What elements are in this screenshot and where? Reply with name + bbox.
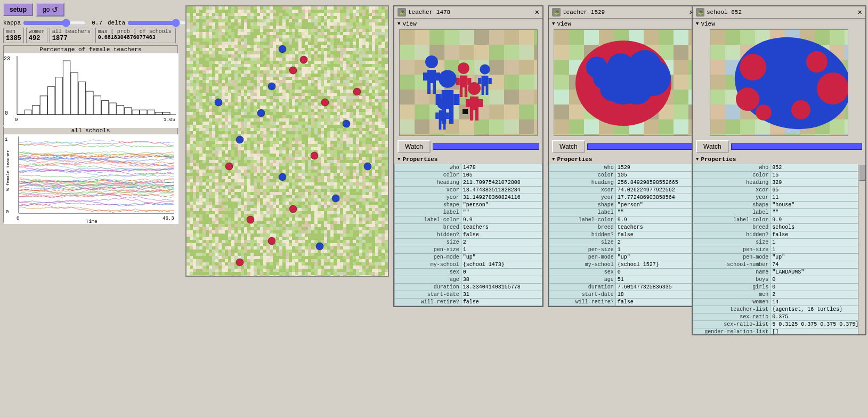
prop-value: 74 [770,261,865,269]
prop-value: [] [770,328,865,335]
inspector-1-view-label: View [402,21,416,27]
props-triangle-2: ▼ [552,157,555,162]
inspector-2-view-label: View [557,21,571,27]
prop-value: "" [615,209,696,216]
prop-key: shape [395,202,461,209]
prop-key: my-school [395,261,461,269]
inspector-1-view-canvas [399,29,538,136]
prop-value: 0.375 [770,314,865,321]
prop-value: 9.9 [770,216,865,224]
prop-value: 31 [461,291,542,299]
inspector-2-props-wrapper: who1529color105heading256.84929859855266… [549,164,697,306]
prop-value: 105 [461,172,542,179]
prop-key: breed [395,224,461,231]
schools-chart-title: all schools [4,127,177,134]
prop-key: color [395,172,461,179]
prop-key: boys [693,276,770,284]
inspector-1-view-section: ▼ View [394,19,542,138]
delta-slider[interactable] [127,19,191,27]
prop-key: pen-mode [395,254,461,261]
prop-value: 2 [770,291,865,299]
watch-button-2[interactable]: Watch [552,140,585,153]
prop-key: pen-size [549,246,616,254]
prop-key: shape [693,202,770,209]
inspector-3-props-wrapper: who852color15heading329xcor65ycor11shape… [693,164,865,334]
prop-key: teacher-list [693,306,770,314]
inspector-2-view-header: ▼ View [552,20,694,28]
prop-key: heading [693,179,770,187]
kappa-label: kappa [3,20,21,26]
watch-button-3[interactable]: Watch [696,140,729,153]
prop-value: 11 [770,194,865,202]
sliders-row: kappa 0.7 delta 0.8 [0,19,181,27]
prop-key: sex-ratio [693,314,770,321]
props-triangle-1: ▼ [398,157,400,162]
prop-value: 38 [461,276,542,284]
prop-key: hidden? [395,231,461,239]
scroll-bar-3[interactable] [858,164,865,334]
prop-value: "up" [461,254,542,261]
prop-key: shape [549,202,616,209]
view-triangle-1: ▼ [398,21,400,27]
prop-value: "person" [615,202,696,209]
schools-chart-container: all schools [3,126,178,222]
inspector-teacher-1529: 🐢 teacher 1529 ✕ ▼ View Watch ▼ Properti… [548,5,698,307]
inspector-1-watch-row: Watch [394,138,542,155]
setup-button[interactable]: setup [3,3,33,16]
women-stat: women 492 [26,28,47,43]
all-teachers-stat: all teachers 1877 [50,28,93,43]
inspector-1-title: 🐢 teacher 1478 [398,8,450,17]
watch-slider-1[interactable] [433,143,539,150]
delta-label: delta [108,20,125,26]
inspector-2-title-text: teacher 1529 [563,9,605,15]
inspector-3-watch-row: Watch [693,138,865,155]
prop-key: hidden? [693,231,770,239]
prop-value: false [615,299,696,306]
inspector-teacher-1478: 🐢 teacher 1478 ✕ ▼ View Watch ▼ Properti… [393,5,543,307]
scroll-thumb-3[interactable] [859,165,865,181]
prop-key: ycor [549,194,616,202]
inspector-1-close[interactable]: ✕ [535,9,539,16]
prop-key: school-number [693,261,770,269]
map-canvas [186,6,389,277]
inspector-1-props-header: ▼ Properties [394,155,542,164]
prop-value: 852 [770,164,865,172]
prop-key: sex-ratio-list [693,321,770,328]
inspector-2-props-header: ▼ Properties [549,155,697,164]
prop-key: will-retire? [395,299,461,306]
kappa-slider[interactable] [23,19,87,27]
inspector-1-props-label: Properties [402,156,437,163]
view-canvas-3 [710,30,848,136]
prop-key: start-date [395,291,461,299]
prop-key: sex [395,269,461,276]
prop-value: teachers [461,224,542,231]
prop-key: duration [549,284,616,291]
prop-value: 13.474383511828284 [461,187,542,194]
men-value: 1385 [6,35,21,42]
prop-value: teachers [615,224,696,231]
prop-key: pen-mode [549,254,616,261]
watch-button-1[interactable]: Watch [398,140,431,153]
prop-value: 329 [770,179,865,187]
prop-value: 2 [615,239,696,246]
watch-slider-2[interactable] [587,143,694,150]
prop-key: color [549,172,616,179]
max-prob-stat: max [ prob ] of schools 0.68183048760774… [95,28,176,43]
inspector-1-properties: ▼ Properties who1478color105heading211.7… [394,155,542,306]
prop-key: label [693,209,770,216]
kappa-slider-group: kappa 0.7 [3,19,102,27]
inspector-3-close[interactable]: ✕ [858,9,862,16]
inspector-school-852: 🐢 school 852 ✕ ▼ View Watch ▼ Properties… [692,5,866,335]
prop-value: 18.334041403155778 [461,284,542,291]
view-canvas-2 [554,30,692,136]
all-teachers-label: all teachers [52,29,91,35]
prop-key: heading [395,179,461,187]
inspector-1-view-header: ▼ View [398,20,539,28]
inspector-2-title: 🐢 teacher 1529 [552,8,605,17]
go-button[interactable]: go ↺ [36,3,64,17]
inspector-2-view-canvas [554,29,692,136]
watch-slider-3[interactable] [731,143,862,150]
inspector-3-view-header: ▼ View [696,20,862,28]
prop-key: label [549,209,616,216]
prop-value: false [615,231,696,239]
